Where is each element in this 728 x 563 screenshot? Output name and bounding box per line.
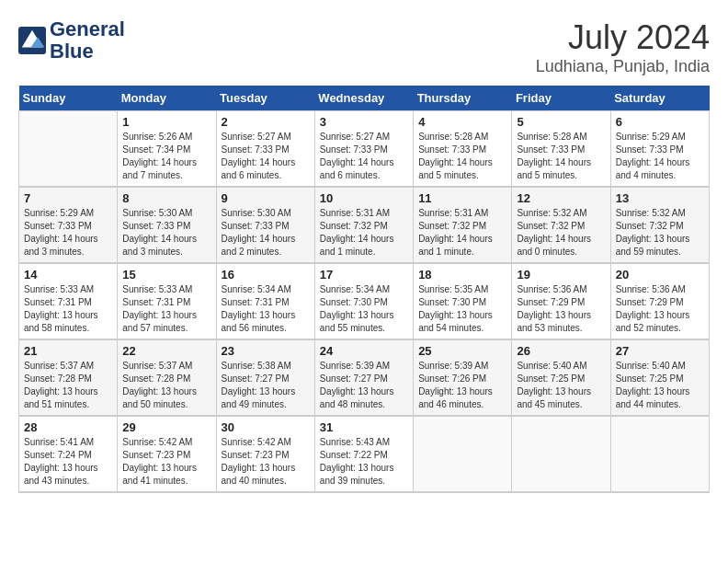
calendar-cell: 27Sunrise: 5:40 AMSunset: 7:25 PMDayligh… xyxy=(610,339,709,416)
sunset: Sunset: 7:23 PM xyxy=(122,450,190,460)
sunrise: Sunrise: 5:42 AM xyxy=(122,437,192,447)
sunrise: Sunrise: 5:31 AM xyxy=(320,208,390,218)
day-info: Sunrise: 5:40 AMSunset: 7:25 PMDaylight:… xyxy=(517,360,605,411)
day-number: 17 xyxy=(320,268,408,282)
daylight: Daylight: 14 hours and 3 minutes. xyxy=(122,234,197,257)
calendar-cell: 17Sunrise: 5:34 AMSunset: 7:30 PMDayligh… xyxy=(314,263,413,339)
daylight: Daylight: 14 hours and 1 minute. xyxy=(320,234,394,257)
day-number: 22 xyxy=(122,344,210,358)
daylight: Daylight: 13 hours and 58 minutes. xyxy=(24,310,98,333)
sunset: Sunset: 7:34 PM xyxy=(122,144,190,155)
sunrise: Sunrise: 5:31 AM xyxy=(418,208,488,218)
day-info: Sunrise: 5:34 AMSunset: 7:30 PMDaylight:… xyxy=(320,283,408,335)
sunset: Sunset: 7:27 PM xyxy=(222,373,290,384)
day-number: 6 xyxy=(616,115,704,129)
daylight: Daylight: 13 hours and 43 minutes. xyxy=(24,463,98,486)
sunrise: Sunrise: 5:27 AM xyxy=(222,132,291,142)
day-number: 10 xyxy=(320,191,408,205)
day-number: 26 xyxy=(517,344,605,358)
sunset: Sunset: 7:28 PM xyxy=(122,373,190,384)
week-row-4: 21Sunrise: 5:37 AMSunset: 7:28 PMDayligh… xyxy=(19,339,710,416)
sunset: Sunset: 7:33 PM xyxy=(517,144,585,155)
logo-line2: Blue xyxy=(50,40,94,63)
day-info: Sunrise: 5:27 AMSunset: 7:33 PMDaylight:… xyxy=(320,131,408,182)
daylight: Daylight: 14 hours and 3 minutes. xyxy=(24,234,98,257)
daylight: Daylight: 13 hours and 41 minutes. xyxy=(122,463,197,486)
day-info: Sunrise: 5:37 AMSunset: 7:28 PMDaylight:… xyxy=(24,360,112,411)
day-number: 1 xyxy=(122,115,210,129)
daylight: Daylight: 13 hours and 49 minutes. xyxy=(222,386,296,409)
sunset: Sunset: 7:28 PM xyxy=(24,373,92,384)
sunset: Sunset: 7:26 PM xyxy=(418,373,486,384)
logo-text: General Blue xyxy=(50,18,125,63)
day-number: 15 xyxy=(122,268,210,282)
header-day-saturday: Saturday xyxy=(610,86,709,111)
sunset: Sunset: 7:32 PM xyxy=(517,221,585,231)
sunset: Sunset: 7:31 PM xyxy=(222,297,290,307)
calendar-cell: 26Sunrise: 5:40 AMSunset: 7:25 PMDayligh… xyxy=(512,339,610,416)
sunrise: Sunrise: 5:26 AM xyxy=(122,132,192,142)
sunset: Sunset: 7:23 PM xyxy=(222,450,290,460)
calendar-cell: 10Sunrise: 5:31 AMSunset: 7:32 PMDayligh… xyxy=(314,187,413,263)
sunset: Sunset: 7:25 PM xyxy=(616,373,684,384)
daylight: Daylight: 13 hours and 52 minutes. xyxy=(616,310,690,333)
calendar-cell: 11Sunrise: 5:31 AMSunset: 7:32 PMDayligh… xyxy=(414,187,512,263)
sunset: Sunset: 7:22 PM xyxy=(320,450,388,460)
daylight: Daylight: 13 hours and 39 minutes. xyxy=(320,463,394,486)
day-info: Sunrise: 5:26 AMSunset: 7:34 PMDaylight:… xyxy=(122,131,210,182)
calendar-cell: 1Sunrise: 5:26 AMSunset: 7:34 PMDaylight… xyxy=(118,111,216,188)
day-info: Sunrise: 5:32 AMSunset: 7:32 PMDaylight:… xyxy=(517,207,605,259)
calendar-table: SundayMondayTuesdayWednesdayThursdayFrid… xyxy=(18,86,710,493)
calendar-cell: 6Sunrise: 5:29 AMSunset: 7:33 PMDaylight… xyxy=(610,111,709,188)
day-info: Sunrise: 5:37 AMSunset: 7:28 PMDaylight:… xyxy=(122,360,210,411)
daylight: Daylight: 14 hours and 6 minutes. xyxy=(320,157,394,180)
sunrise: Sunrise: 5:43 AM xyxy=(320,437,390,447)
day-number: 7 xyxy=(24,191,112,205)
week-row-2: 7Sunrise: 5:29 AMSunset: 7:33 PMDaylight… xyxy=(19,187,710,263)
day-number: 14 xyxy=(24,268,112,282)
sunset: Sunset: 7:33 PM xyxy=(222,144,290,155)
sunrise: Sunrise: 5:35 AM xyxy=(418,284,488,294)
day-number: 29 xyxy=(122,420,210,434)
sunset: Sunset: 7:25 PM xyxy=(517,373,585,384)
day-number: 19 xyxy=(517,268,605,282)
sunset: Sunset: 7:29 PM xyxy=(616,297,684,307)
daylight: Daylight: 13 hours and 53 minutes. xyxy=(517,310,591,333)
day-number: 25 xyxy=(418,344,506,358)
sunrise: Sunrise: 5:28 AM xyxy=(418,132,488,142)
header-day-thursday: Thursday xyxy=(414,86,512,111)
sunset: Sunset: 7:29 PM xyxy=(517,297,585,307)
daylight: Daylight: 13 hours and 57 minutes. xyxy=(122,310,197,333)
day-number: 16 xyxy=(222,268,310,282)
sunrise: Sunrise: 5:34 AM xyxy=(222,284,291,294)
day-number: 2 xyxy=(222,115,310,129)
day-info: Sunrise: 5:33 AMSunset: 7:31 PMDaylight:… xyxy=(122,283,210,335)
calendar-subtitle: Ludhiana, Punjab, India xyxy=(536,57,710,76)
sunrise: Sunrise: 5:36 AM xyxy=(517,284,586,294)
sunset: Sunset: 7:31 PM xyxy=(122,297,190,307)
calendar-title: July 2024 xyxy=(536,18,710,57)
day-info: Sunrise: 5:36 AMSunset: 7:29 PMDaylight:… xyxy=(616,283,704,335)
day-number: 27 xyxy=(616,344,704,358)
calendar-cell: 24Sunrise: 5:39 AMSunset: 7:27 PMDayligh… xyxy=(314,339,413,416)
day-number: 12 xyxy=(517,191,605,205)
daylight: Daylight: 13 hours and 54 minutes. xyxy=(418,310,493,333)
day-info: Sunrise: 5:30 AMSunset: 7:33 PMDaylight:… xyxy=(122,207,210,259)
sunset: Sunset: 7:32 PM xyxy=(418,221,486,231)
calendar-cell xyxy=(414,416,512,492)
day-number: 18 xyxy=(418,268,506,282)
calendar-cell: 4Sunrise: 5:28 AMSunset: 7:33 PMDaylight… xyxy=(414,111,512,188)
sunrise: Sunrise: 5:37 AM xyxy=(122,361,192,371)
day-info: Sunrise: 5:43 AMSunset: 7:22 PMDaylight:… xyxy=(320,436,408,488)
sunset: Sunset: 7:33 PM xyxy=(320,144,388,155)
sunrise: Sunrise: 5:28 AM xyxy=(517,132,586,142)
day-info: Sunrise: 5:39 AMSunset: 7:27 PMDaylight:… xyxy=(320,360,408,411)
calendar-cell xyxy=(610,416,709,492)
sunrise: Sunrise: 5:39 AM xyxy=(418,361,488,371)
sunset: Sunset: 7:32 PM xyxy=(616,221,684,231)
calendar-cell: 9Sunrise: 5:30 AMSunset: 7:33 PMDaylight… xyxy=(216,187,314,263)
week-row-1: 1Sunrise: 5:26 AMSunset: 7:34 PMDaylight… xyxy=(19,111,710,188)
sunrise: Sunrise: 5:39 AM xyxy=(320,361,390,371)
calendar-cell: 15Sunrise: 5:33 AMSunset: 7:31 PMDayligh… xyxy=(118,263,216,339)
day-number: 13 xyxy=(616,191,704,205)
